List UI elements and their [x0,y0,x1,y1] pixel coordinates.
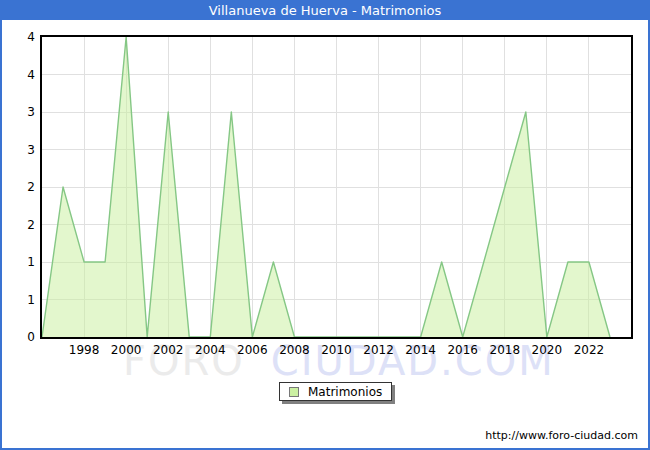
y-tick-label: 1 [2,293,35,307]
y-tick-label: 0 [2,330,35,344]
y-tick-label: 2 [2,218,35,232]
y-tick-label: 4 [2,30,35,44]
chart-window: Villanueva de Huerva - Matrimonios FOROC… [0,0,650,450]
y-tick-label: 3 [2,143,35,157]
x-tick-label: 2022 [564,343,614,358]
plot-area [40,35,633,339]
y-tick-label: 3 [2,105,35,119]
legend-label: Matrimonios [308,386,382,398]
footer-url: http://www.foro-ciudad.com [485,429,638,442]
chart-title: Villanueva de Huerva - Matrimonios [2,2,648,20]
area-chart [42,37,631,337]
legend-swatch-icon [289,387,299,397]
y-tick-label: 2 [2,180,35,194]
y-tick-label: 1 [2,255,35,269]
y-tick-label: 4 [2,68,35,82]
legend: Matrimonios [279,382,392,401]
